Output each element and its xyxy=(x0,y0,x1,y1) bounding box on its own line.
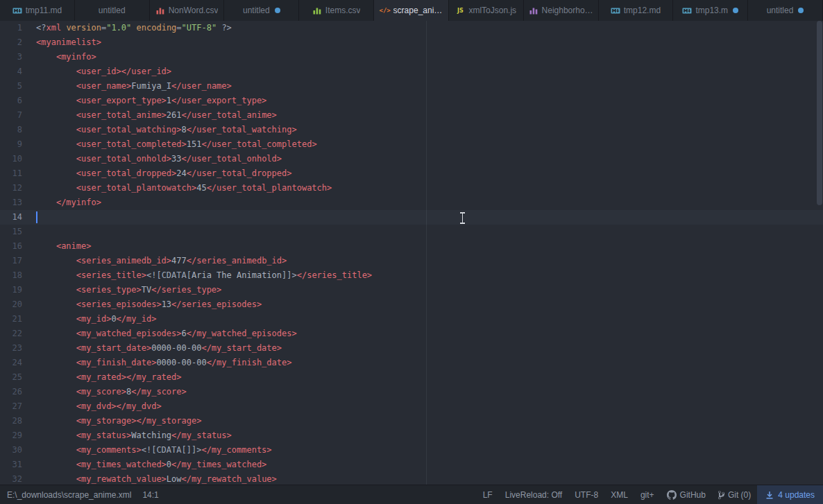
line-code: <series_episodes>13</series_episodes> xyxy=(22,297,823,312)
line-code: <myinfo> xyxy=(22,50,823,64)
line-code: <user_total_dropped>24</user_total_dropp… xyxy=(22,166,823,181)
line-number: 27 xyxy=(0,399,22,414)
line-code: <myanimelist> xyxy=(22,35,823,50)
line-number: 1 xyxy=(0,21,22,35)
status-item-lf[interactable]: LF xyxy=(477,490,499,500)
code-line-17: 17 <series_animedb_id>477</series_animed… xyxy=(0,254,823,268)
line-code: <user_total_anime>261</user_total_anime> xyxy=(22,108,823,123)
modified-indicator[interactable] xyxy=(798,8,804,13)
line-number: 13 xyxy=(0,195,22,210)
code-line-25: 25 <my_rated></my_rated> xyxy=(0,370,823,385)
line-code: <series_title><![CDATA[Aria The Animatio… xyxy=(22,268,823,283)
modified-indicator[interactable] xyxy=(275,8,280,13)
code-line-3: 3 <myinfo> xyxy=(0,50,823,64)
code-line-5: 5 <user_name>Fumiya_I</user_name> xyxy=(0,79,823,94)
line-code: <my_status>Watching</my_status> xyxy=(22,428,823,443)
line-code: <my_rated></my_rated> xyxy=(22,370,823,385)
code-line-28: 28 <my_storage></my_storage> xyxy=(0,414,823,428)
tab-5-items-csv[interactable]: Items.csv xyxy=(299,0,374,21)
code-line-19: 19 <series_type>TV</series_type> xyxy=(0,283,823,297)
tab-10-tmp13-m[interactable]: tmp13.m xyxy=(673,0,748,21)
line-number: 11 xyxy=(0,166,22,181)
status-item-livereload-off[interactable]: LiveReload: Off xyxy=(499,490,569,500)
line-number: 16 xyxy=(0,239,22,254)
updates-button[interactable]: 4 updates xyxy=(757,485,823,504)
download-updates-icon xyxy=(765,491,774,499)
code-line-4: 4 <user_id></user_id> xyxy=(0,64,823,79)
tab-label: Neighborho… xyxy=(542,6,593,15)
status-bar: E:\_downloads\scrape_anime.xml 14:1 LFLi… xyxy=(0,485,823,504)
tab-label: tmp11.md xyxy=(26,6,62,15)
status-item-git[interactable]: git+ xyxy=(634,490,661,500)
line-code: <my_watched_episodes>6</my_watched_episo… xyxy=(22,327,823,341)
line-number: 19 xyxy=(0,283,22,297)
line-code: </myinfo> xyxy=(22,195,823,210)
github-button[interactable]: GitHub xyxy=(661,485,712,504)
code-line-21: 21 <my_id>0</my_id> xyxy=(0,312,823,327)
line-code: <my_finish_date>0000-00-00</my_finish_da… xyxy=(22,356,823,370)
tab-8-neighborho[interactable]: Neighborho… xyxy=(524,0,599,21)
line-number: 3 xyxy=(0,50,22,64)
line-number: 28 xyxy=(0,414,22,428)
status-item-xml[interactable]: XML xyxy=(604,490,634,500)
github-label: GitHub xyxy=(680,490,706,500)
line-code: <anime> xyxy=(22,239,823,254)
line-number: 20 xyxy=(0,297,22,312)
line-code xyxy=(22,225,823,239)
scrollbar-thumb[interactable] xyxy=(817,21,822,205)
tab-6-scrape-ani[interactable]: </>scrape_ani… xyxy=(374,0,449,21)
tab-1-tmp11-md[interactable]: tmp11.md xyxy=(0,0,75,21)
code-line-11: 11 <user_total_dropped>24</user_total_dr… xyxy=(0,166,823,181)
line-number: 8 xyxy=(0,123,22,137)
cursor-position[interactable]: 14:1 xyxy=(142,490,158,500)
tab-2-untitled[interactable]: untitled xyxy=(75,0,150,21)
tab-label: Items.csv xyxy=(325,6,361,15)
editor[interactable]: 1<?xml version="1.0" encoding="UTF-8" ?>… xyxy=(0,21,823,485)
line-code: <?xml version="1.0" encoding="UTF-8" ?> xyxy=(22,21,823,35)
chart-icon xyxy=(312,6,322,15)
code-line-2: 2<myanimelist> xyxy=(0,35,823,50)
markdown-icon xyxy=(611,6,620,15)
code-line-31: 31 <my_times_watched>0</my_times_watched… xyxy=(0,458,823,472)
code-rows: 1<?xml version="1.0" encoding="UTF-8" ?>… xyxy=(0,21,823,485)
status-item-utf-8[interactable]: UTF-8 xyxy=(568,490,604,500)
git-button[interactable]: Git (0) xyxy=(712,485,757,504)
code-line-14: 14 xyxy=(0,210,823,225)
code-line-30: 30 <my_comments><![CDATA[]]></my_comment… xyxy=(0,443,823,458)
line-code: <my_score>8</my_score> xyxy=(22,385,823,399)
line-number: 29 xyxy=(0,428,22,443)
tab-9-tmp12-md[interactable]: tmp12.md xyxy=(599,0,674,21)
line-code: <my_start_date>0000-00-00</my_start_date… xyxy=(22,341,823,356)
modified-indicator[interactable] xyxy=(733,8,738,13)
tab-7-xmltojson-js[interactable]: JSxmlToJson.js xyxy=(449,0,524,21)
code-line-16: 16 <anime> xyxy=(0,239,823,254)
code-line-6: 6 <user_export_type>1</user_export_type> xyxy=(0,94,823,108)
line-number: 24 xyxy=(0,356,22,370)
line-number: 21 xyxy=(0,312,22,327)
code-line-20: 20 <series_episodes>13</series_episodes> xyxy=(0,297,823,312)
code-line-12: 12 <user_total_plantowatch>45</user_tota… xyxy=(0,181,823,195)
tab-4-untitled[interactable]: untitled xyxy=(224,0,299,21)
js-icon: JS xyxy=(455,6,465,15)
tab-label: scrape_ani… xyxy=(393,6,443,15)
line-code: <user_name>Fumiya_I</user_name> xyxy=(22,79,823,94)
line-number: 22 xyxy=(0,327,22,341)
chart-icon xyxy=(155,6,165,15)
line-number: 2 xyxy=(0,35,22,50)
code-line-32: 32 <my_rewatch_value>Low</my_rewatch_val… xyxy=(0,472,823,485)
line-code: <my_rewatch_value>Low</my_rewatch_value> xyxy=(22,472,823,485)
line-number: 23 xyxy=(0,341,22,356)
github-icon xyxy=(667,490,677,500)
code-line-23: 23 <my_start_date>0000-00-00</my_start_d… xyxy=(0,341,823,356)
code-line-8: 8 <user_total_watching>8</user_total_wat… xyxy=(0,123,823,137)
file-path[interactable]: E:\_downloads\scrape_anime.xml xyxy=(7,490,131,500)
line-number: 17 xyxy=(0,254,22,268)
git-label: Git (0) xyxy=(728,490,751,500)
line-code: <user_id></user_id> xyxy=(22,64,823,79)
code-line-1: 1<?xml version="1.0" encoding="UTF-8" ?> xyxy=(0,21,823,35)
tab-3-nonword-csv[interactable]: NonWord.csv xyxy=(150,0,225,21)
code-line-7: 7 <user_total_anime>261</user_total_anim… xyxy=(0,108,823,123)
line-code: <user_total_watching>8</user_total_watch… xyxy=(22,123,823,137)
tab-11-untitled[interactable]: untitled xyxy=(748,0,823,21)
chart-icon xyxy=(529,6,538,15)
